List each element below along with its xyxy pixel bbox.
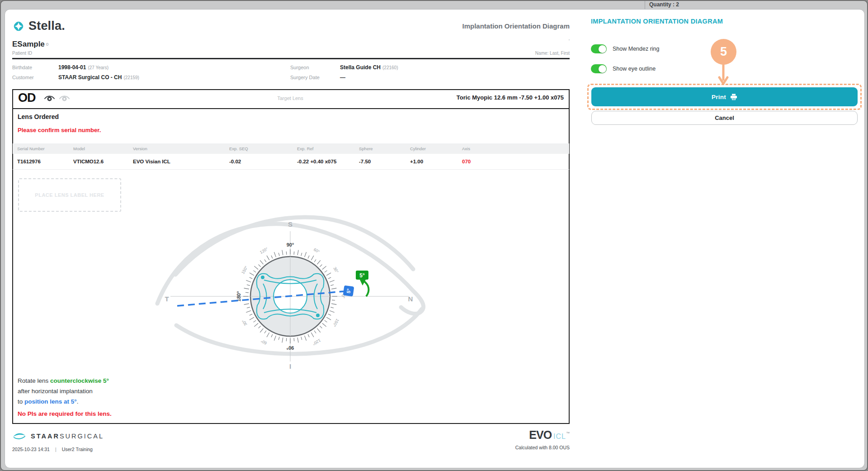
ring-tick: [271, 256, 273, 258]
toggle-group: Show Mendez ringShow eye outline: [591, 44, 660, 73]
eye-open-dark-icon[interactable]: [44, 95, 55, 102]
ring-tick: [245, 292, 249, 293]
ring-tick: [250, 314, 252, 315]
ring-tick: [278, 253, 279, 256]
ring-tick: [320, 265, 322, 267]
ring-tick: [246, 311, 251, 313]
ring-tick: [282, 338, 283, 343]
step-5-annotation: 5: [711, 39, 736, 65]
ring-tick: [330, 285, 334, 285]
toggle-switch[interactable]: [591, 44, 607, 53]
patient-info-right: SurgeonStella Guide CH(22160)Surgery Dat…: [290, 64, 398, 82]
document-title: Implantation Orientation Diagram: [344, 22, 570, 30]
table-cell: T1612976: [17, 159, 73, 164]
axis-badge: 5°: [343, 285, 354, 297]
info-label: Customer: [12, 75, 58, 80]
patient-name-mark: o: [46, 42, 49, 47]
ring-tick: [259, 326, 261, 328]
implantation-diagram: 0°30°60°90°120°150°180°30°60°90°120°150°…: [132, 211, 439, 374]
svg-text:5°: 5°: [345, 288, 351, 294]
ring-tick: [314, 260, 316, 262]
ring-tick: [331, 288, 336, 289]
arrow-down-icon: [718, 63, 729, 86]
table-cell: -0.02: [229, 159, 297, 164]
ring-tick: [286, 252, 287, 255]
ring-tick: [322, 266, 326, 269]
table-cell: +1.00: [410, 159, 462, 164]
position-highlight: position lens at 5°: [24, 398, 77, 405]
ring-tick: [247, 285, 250, 285]
patient-info-left: Birthdate1998-04-01(27 Years)CustomerSTA…: [12, 64, 139, 82]
staar-eye-icon: [12, 432, 26, 440]
ring-tick: [254, 266, 258, 269]
ring-tick: [330, 307, 334, 308]
ring-tick: [244, 288, 249, 289]
eye-icons: [44, 95, 70, 102]
ring-tick: [274, 252, 276, 257]
column-header: Version: [133, 146, 229, 151]
ring-degree-label: 150°: [332, 318, 340, 328]
column-header: Exp. Ref: [297, 146, 359, 151]
ring-tick: [250, 317, 254, 320]
ring-tick: [301, 337, 302, 340]
target-lens-label: Target Lens: [236, 95, 344, 101]
footer-user: User2 Training: [62, 447, 93, 452]
column-header: Model: [73, 146, 133, 151]
ring-degree-label: 30°: [241, 319, 248, 327]
ring-tick: [326, 273, 331, 276]
ring-tick: [317, 328, 321, 333]
table-cell: -7.50: [359, 159, 410, 164]
eye-open-light-icon[interactable]: [59, 95, 70, 102]
ring-tick: [301, 253, 302, 256]
ccw-highlight: counterclockwise 5°: [50, 377, 109, 384]
ring-tick: [254, 324, 258, 327]
ring-degree-label: 30°: [332, 266, 340, 274]
ring-tick: [332, 300, 335, 300]
ring-tick: [267, 256, 269, 260]
name-hint-mark: ’: [564, 39, 570, 44]
ring-tick: [317, 260, 321, 264]
column-header: Serial Number: [17, 146, 73, 151]
ring-tick: [305, 336, 307, 341]
ring-tick: [328, 277, 331, 279]
ring-tick: [246, 280, 251, 282]
rotation-instructions: Rotate lens counterclockwise 5° after ho…: [18, 376, 109, 407]
ring-tick: [294, 338, 294, 341]
ring-degree-label: 90°: [287, 242, 294, 247]
ring-degree-label: 60°: [260, 338, 268, 346]
brand-wordmark: Stella.: [28, 19, 65, 33]
footer-meta: 2025-10-23 14:31 | User2 Training: [12, 447, 93, 452]
ring-tick: [259, 265, 261, 267]
top-strip-divider: [645, 1, 645, 9]
ring-tick: [244, 304, 249, 304]
ring-tick: [267, 333, 269, 337]
table-cell: VTICMO12.6: [73, 159, 133, 164]
ring-tick: [308, 334, 309, 337]
ring-tick: [286, 338, 287, 341]
ring-tick: [305, 252, 307, 257]
ring-tick: [278, 337, 279, 340]
name-format-hint: Name: Last, First: [479, 51, 570, 56]
ring-tick: [254, 320, 256, 322]
toggle-row-show-mendez-ring: Show Mendez ring: [591, 44, 660, 53]
ring-tick: [247, 307, 250, 308]
panel-title: IMPLANTATION ORIENTATION DIAGRAM: [591, 18, 723, 25]
compass-inferior: I: [289, 362, 291, 370]
cancel-button[interactable]: Cancel: [591, 111, 858, 125]
ring-tick: [282, 250, 283, 255]
footer-timestamp: 2025-10-23 14:31: [12, 447, 50, 452]
evo-icl-logo: EVOICL™: [451, 428, 570, 442]
column-header: Axis: [462, 146, 516, 151]
printer-icon: [730, 94, 737, 100]
svg-text:5°: 5°: [359, 272, 365, 279]
table-cell: 070: [462, 159, 516, 164]
stella-brand: Stella.: [12, 19, 65, 33]
toggle-switch[interactable]: [591, 64, 607, 73]
ring-tick: [297, 250, 298, 255]
target-lens-value: Toric Myopic 12.6 mm -7.50 +1.00 x075: [408, 94, 564, 101]
info-label: Birthdate: [12, 65, 58, 70]
table-cell: EVO Visian ICL: [133, 159, 229, 164]
ring-tick: [264, 331, 266, 333]
info-field: Surgery Date—: [290, 74, 398, 82]
print-button[interactable]: Print: [591, 87, 858, 106]
